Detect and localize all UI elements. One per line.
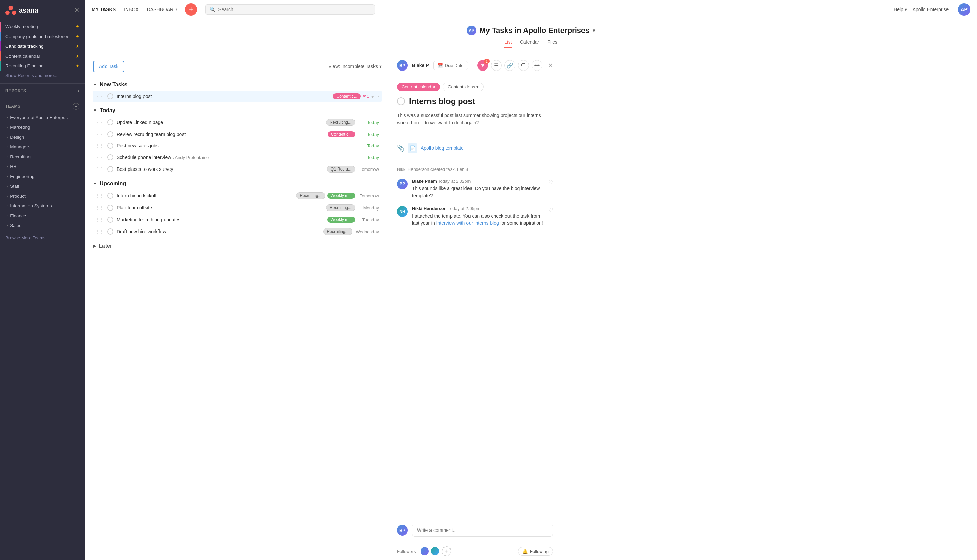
team-item-finance[interactable]: › Finance: [0, 211, 85, 221]
following-button[interactable]: 🔔 Following: [518, 547, 553, 556]
task-date: Monday: [359, 205, 379, 210]
team-item-staff[interactable]: › Staff: [0, 182, 85, 191]
sidebar-item-label: Weekly meeting: [5, 24, 38, 29]
new-tasks-section: ▼ New Tasks ⋮⋮ Interns blog post Content…: [93, 79, 382, 102]
like-comment-button[interactable]: ♡: [548, 178, 553, 186]
nav-inbox[interactable]: INBOX: [124, 5, 139, 13]
task-row[interactable]: ⋮⋮ Post new sales jobs Today: [93, 140, 382, 152]
close-sidebar-button[interactable]: ✕: [74, 7, 79, 14]
project-tag-content-calendar[interactable]: Content calendar: [397, 83, 440, 91]
team-item-information-systems[interactable]: › Information Systems: [0, 201, 85, 211]
today-header[interactable]: ▼ Today: [93, 105, 382, 116]
detail-task-checkbox[interactable]: [397, 97, 405, 105]
view-filter-button[interactable]: View: Incomplete Tasks ▾: [328, 64, 382, 69]
team-label: Sales: [10, 223, 22, 228]
task-row[interactable]: ⋮⋮ Best places to work survey Q1 Recru..…: [93, 163, 382, 175]
task-row[interactable]: ⋮⋮ Intern hiring kickoff Recruiting... W…: [93, 190, 382, 202]
sidebar-item-company-goals[interactable]: Company goals and milestones ★: [0, 32, 85, 42]
sidebar-item-candidate-tracking[interactable]: Candidate tracking ★: [0, 42, 85, 51]
task-checkbox[interactable]: [107, 217, 113, 223]
show-recents-link[interactable]: Show Recents and more...: [0, 71, 85, 80]
teams-section-header[interactable]: Teams +: [0, 100, 85, 113]
chevron-down-icon[interactable]: ▾: [593, 28, 595, 33]
browse-more-teams-link[interactable]: Browse More Teams: [0, 233, 85, 242]
team-item-marketing[interactable]: › Marketing: [0, 122, 85, 132]
task-row[interactable]: ⋮⋮ Update LinkedIn page Recruiting... To…: [93, 116, 382, 128]
calendar-icon: 📅: [438, 63, 443, 68]
main-split: Add Task View: Incomplete Tasks ▾ ▼ New …: [85, 55, 977, 560]
new-tasks-header[interactable]: ▼ New Tasks: [93, 79, 382, 90]
nav-my-tasks[interactable]: MY TASKS: [92, 5, 116, 13]
task-checkbox[interactable]: [107, 166, 113, 172]
activity-item: NH Nikki Henderson Today at 2:05pm I att…: [397, 206, 553, 227]
tag: Recruiting...: [326, 204, 355, 211]
chevron-icon: ›: [7, 204, 8, 208]
team-item-design[interactable]: › Design: [0, 132, 85, 142]
project-tag-content-ideas[interactable]: Content ideas ▾: [443, 83, 484, 91]
task-tags: Recruiting...: [326, 119, 355, 126]
search-bar[interactable]: 🔍: [205, 4, 375, 15]
task-checkbox[interactable]: [107, 154, 113, 160]
add-team-icon[interactable]: +: [73, 103, 79, 110]
like-comment-button[interactable]: ♡: [548, 206, 553, 213]
nav-dashboard[interactable]: DASHBOARD: [147, 5, 177, 13]
team-item-product[interactable]: › Product: [0, 191, 85, 201]
team-item-hr[interactable]: › HR: [0, 162, 85, 172]
team-label: Engineering: [10, 174, 34, 179]
task-toolbar: Add Task View: Incomplete Tasks ▾: [93, 61, 382, 72]
add-follower-button[interactable]: +: [442, 547, 451, 556]
sidebar-item-weekly-meeting[interactable]: Weekly meeting ★: [0, 22, 85, 32]
attachment-button[interactable]: 🔗: [504, 60, 515, 71]
due-date-button[interactable]: 📅 Due Date: [433, 61, 468, 70]
new-task-button[interactable]: +: [185, 3, 197, 16]
close-detail-button[interactable]: ✕: [548, 62, 553, 69]
search-input[interactable]: [218, 7, 371, 12]
task-checkbox[interactable]: [107, 93, 113, 99]
team-item-recruiting[interactable]: › Recruiting: [0, 152, 85, 162]
tab-calendar[interactable]: Calendar: [520, 39, 539, 48]
drag-handle-icon: ⋮⋮: [96, 155, 104, 160]
task-row[interactable]: ⋮⋮ Plan team offsite Recruiting... Monda…: [93, 202, 382, 214]
team-item-engineering[interactable]: › Engineering: [0, 172, 85, 182]
sidebar-item-content-calendar[interactable]: Content calendar ★: [0, 51, 85, 61]
attachment-link[interactable]: Apollo blog template: [421, 145, 464, 151]
task-checkbox[interactable]: [107, 193, 113, 198]
task-name: Review recruiting team blog post: [117, 132, 324, 137]
reports-section-header[interactable]: Reports ›: [0, 86, 85, 96]
more-options-button[interactable]: •••: [531, 60, 543, 71]
tab-list[interactable]: List: [504, 39, 512, 48]
detail-header-left: BP Blake P 📅 Due Date: [397, 60, 468, 71]
star-icon: ★: [76, 54, 79, 58]
comment-input[interactable]: [412, 524, 553, 537]
task-checkbox[interactable]: [107, 205, 113, 211]
drag-handle-icon: ⋮⋮: [96, 229, 104, 234]
team-item-managers[interactable]: › Managers: [0, 142, 85, 152]
sidebar-item-recruiting-pipeline[interactable]: Recruiting Pipeline ★: [0, 61, 85, 71]
task-row[interactable]: ⋮⋮ Schedule phone interview ‹ Andy Prefo…: [93, 152, 382, 163]
page-title: AP My Tasks in Apollo Enterprises ▾: [92, 26, 970, 35]
task-row[interactable]: ⋮⋮ Marketing team hiring updates Weekly …: [93, 214, 382, 225]
sidebar-header: asana ✕: [0, 0, 85, 20]
user-avatar[interactable]: AP: [958, 3, 970, 16]
task-row[interactable]: ⋮⋮ Review recruiting team blog post Cont…: [93, 128, 382, 140]
task-checkbox[interactable]: [107, 131, 113, 137]
chevron-icon: ›: [7, 135, 8, 139]
add-task-button[interactable]: Add Task: [93, 61, 125, 72]
task-checkbox[interactable]: [107, 143, 113, 149]
tab-files[interactable]: Files: [548, 39, 558, 48]
team-item-sales[interactable]: › Sales: [0, 221, 85, 230]
task-checkbox[interactable]: [107, 119, 113, 125]
checklist-button[interactable]: ☰: [491, 60, 502, 71]
drag-handle-icon: ⋮⋮: [96, 205, 104, 210]
sidebar-item-label: Recruiting Pipeline: [5, 63, 44, 68]
task-checkbox[interactable]: [107, 228, 113, 235]
inline-task-link[interactable]: Interview with our interns blog: [436, 220, 499, 226]
team-item-everyone[interactable]: › Everyone at Apollo Enterpr...: [0, 113, 85, 122]
section-chevron-icon: ▼: [93, 182, 97, 186]
help-button[interactable]: Help ▾: [893, 7, 907, 12]
task-row[interactable]: ⋮⋮ Interns blog post Content c... ❤ 1 ● …: [93, 90, 382, 102]
later-header[interactable]: ▶ Later: [93, 240, 382, 252]
clock-button[interactable]: ⏱: [518, 60, 529, 71]
upcoming-header[interactable]: ▼ Upcoming: [93, 178, 382, 190]
task-row[interactable]: ⋮⋮ Draft new hire workflow Recruiting...…: [93, 225, 382, 238]
